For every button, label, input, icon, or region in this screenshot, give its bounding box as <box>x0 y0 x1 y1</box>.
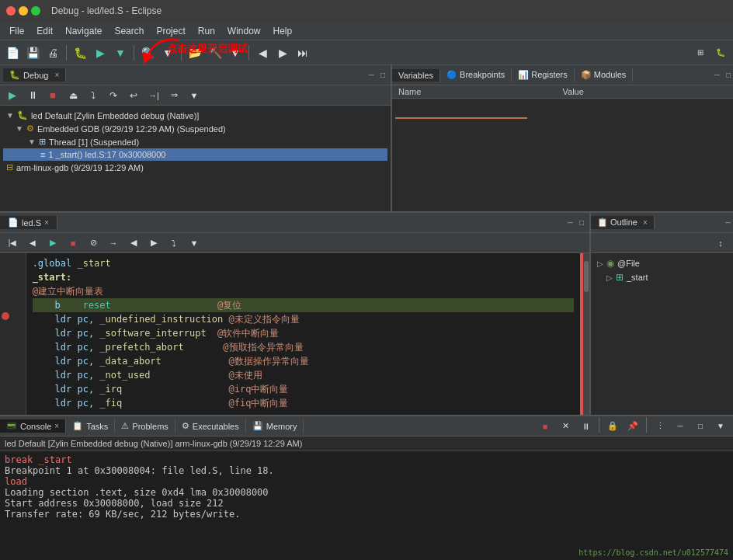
console-scroll-lock-btn[interactable]: 🔒 <box>603 417 622 436</box>
suspend-btn[interactable]: ⏸ <box>23 86 42 105</box>
menu-run[interactable]: Run <box>192 24 221 38</box>
code-lines[interactable]: .global _start _start: @建立中断向量表 b reset … <box>26 253 580 415</box>
line-2 <box>16 270 21 284</box>
tree-item-thread[interactable]: ▼ ⊞ Thread [1] (Suspended) <box>3 135 387 148</box>
stop-btn[interactable]: ■ <box>43 86 62 105</box>
console-pause-btn[interactable]: ⏸ <box>576 417 595 436</box>
console-minimize[interactable]: ─ <box>671 417 690 436</box>
outline-item-file[interactable]: ▷ ◉ @File <box>594 256 730 270</box>
code-panel-minimize[interactable]: ─ <box>565 218 575 227</box>
code-goto-btn[interactable]: → <box>104 234 123 252</box>
minimize-button[interactable] <box>19 6 28 16</box>
code-scrollbar[interactable] <box>583 253 589 415</box>
menu-project[interactable]: Project <box>150 24 191 38</box>
window-controls[interactable] <box>6 6 40 16</box>
code-nav-btn-2[interactable]: ◀ <box>23 234 42 252</box>
code-fwd-btn[interactable]: ▶ <box>144 234 163 252</box>
code-more-btn[interactable]: ▼ <box>185 234 203 252</box>
tab-tasks[interactable]: 📋 Tasks <box>66 419 115 433</box>
var-panel-maximize[interactable]: □ <box>724 71 733 79</box>
tab-variables[interactable]: Variables <box>392 69 440 82</box>
menu-file[interactable]: File <box>3 24 30 38</box>
debug-button[interactable]: 🐛 <box>71 43 89 62</box>
console-view-menu[interactable]: ▼ <box>711 417 730 436</box>
maximize-button[interactable] <box>31 6 40 16</box>
code-tab-icon: 📄 <box>8 217 19 228</box>
code-back-btn[interactable]: ◀ <box>124 234 143 252</box>
search-dropdown[interactable]: ▼ <box>158 43 177 62</box>
menu-search[interactable]: Search <box>108 24 150 38</box>
tab-problems[interactable]: ⚠ Problems <box>115 419 175 433</box>
save-button[interactable]: 💾 <box>23 43 42 62</box>
tree-item-gdb[interactable]: ▼ ⚙ Embedded GDB (9/29/19 12:29 AM) (Sus… <box>3 122 387 135</box>
tab-modules[interactable]: 📦 Modules <box>575 68 634 82</box>
console-pin-btn[interactable]: 📌 <box>624 417 642 436</box>
code-panel-maximize[interactable]: □ <box>577 218 586 227</box>
disconnect-btn[interactable]: ⏏ <box>64 86 82 105</box>
run-button[interactable]: ▶ <box>91 43 109 62</box>
code-tab-leds[interactable]: 📄 led.S × <box>0 216 57 229</box>
build-dropdown[interactable]: ▼ <box>226 43 245 62</box>
skip-button[interactable]: ⏭ <box>294 43 312 62</box>
tree-item-frame[interactable]: ≡ 1 _start() led.S:17 0x30008000 <box>3 148 387 161</box>
menu-navigate[interactable]: Navigate <box>59 24 108 38</box>
debug-tab-close[interactable]: × <box>54 71 59 79</box>
tree-item-arm-gdb[interactable]: ⊟ arm-linux-gdb (9/29/19 12:29 AM) <box>3 161 387 174</box>
instruction-step-btn[interactable]: ⇒ <box>165 86 183 105</box>
outline-sort-btn[interactable]: ↕ <box>711 234 730 252</box>
console-url[interactable]: https://blog.csdn.net/u012577474 <box>578 548 728 557</box>
console-body[interactable]: break _start Breakpoint 1 at 0x30008004:… <box>0 451 733 560</box>
more-btn[interactable]: ▼ <box>185 86 203 105</box>
console-maximize[interactable]: □ <box>691 417 710 436</box>
step-into-btn[interactable]: ⤵ <box>84 86 102 105</box>
run-dropdown[interactable]: ▼ <box>111 43 130 62</box>
debug-tab[interactable]: 🐛 Debug × <box>3 68 66 82</box>
menu-help[interactable]: Help <box>267 24 299 38</box>
tab-breakpoints[interactable]: 🔵 Breakpoints <box>440 68 512 82</box>
close-button[interactable] <box>6 6 16 16</box>
open-button[interactable]: 📂 <box>186 43 204 62</box>
perspective-button[interactable]: ⊞ <box>691 43 710 62</box>
run-to-line-btn[interactable]: →| <box>144 86 163 105</box>
console-more-btn[interactable]: ⋮ <box>651 417 669 436</box>
tasks-label: Tasks <box>86 422 108 431</box>
tree-item-led[interactable]: ▼ 🐛 led Default [Zylin Embedded debug (N… <box>3 109 387 122</box>
code-stop-btn[interactable]: ■ <box>64 234 82 252</box>
forward-button[interactable]: ▶ <box>273 43 292 62</box>
outline-item-start[interactable]: ▷ ⊞ _start <box>594 270 730 284</box>
resume-btn[interactable]: ▶ <box>3 86 22 105</box>
new-button[interactable]: 📄 <box>3 43 22 62</box>
console-tab-close[interactable]: × <box>54 422 59 430</box>
outline-panel-minimize[interactable]: ─ <box>723 218 733 227</box>
print-button[interactable]: 🖨 <box>43 43 62 62</box>
debug-tab-label: Debug <box>23 71 48 80</box>
outline-tab[interactable]: 📋 Outline × <box>591 216 655 229</box>
outline-label-file: @File <box>617 259 640 268</box>
code-resume-btn[interactable]: ▶ <box>43 234 62 252</box>
menu-edit[interactable]: Edit <box>30 24 59 38</box>
menu-window[interactable]: Window <box>221 24 267 38</box>
debug-panel-minimize[interactable]: ─ <box>366 71 377 79</box>
tree-label-0: led Default [Zylin Embedded debug (Nativ… <box>31 111 199 120</box>
step-over-btn[interactable]: ↷ <box>104 86 123 105</box>
search-button[interactable]: 🔍 <box>138 43 157 62</box>
code-tab-close[interactable]: × <box>44 218 49 227</box>
tab-registers[interactable]: 📊 Registers <box>512 68 575 82</box>
var-panel-minimize[interactable]: ─ <box>712 71 722 79</box>
code-nav-btn-1[interactable]: |◀ <box>3 234 22 252</box>
console-stop-btn[interactable]: ■ <box>536 417 554 436</box>
back-button[interactable]: ◀ <box>253 43 272 62</box>
tab-console[interactable]: 📟 Console × <box>0 419 66 433</box>
debug-panel-header: 🐛 Debug × ─ □ <box>0 65 391 85</box>
code-bp-btn[interactable]: ⊘ <box>84 234 102 252</box>
step-return-btn[interactable]: ↩ <box>124 86 143 105</box>
tab-executables[interactable]: ⚙ Executables <box>175 419 246 433</box>
tab-memory[interactable]: 💾 Memory <box>246 419 304 433</box>
debug-panel-maximize[interactable]: □ <box>378 71 387 79</box>
build-button[interactable]: 🔨 <box>206 43 224 62</box>
code-scroll-thumb[interactable] <box>584 261 589 292</box>
code-step-btn[interactable]: ⤵ <box>165 234 183 252</box>
console-clear-btn[interactable]: ✕ <box>556 417 575 436</box>
debug-perspective-btn[interactable]: 🐛 <box>711 43 730 62</box>
outline-tab-close[interactable]: × <box>643 218 648 227</box>
